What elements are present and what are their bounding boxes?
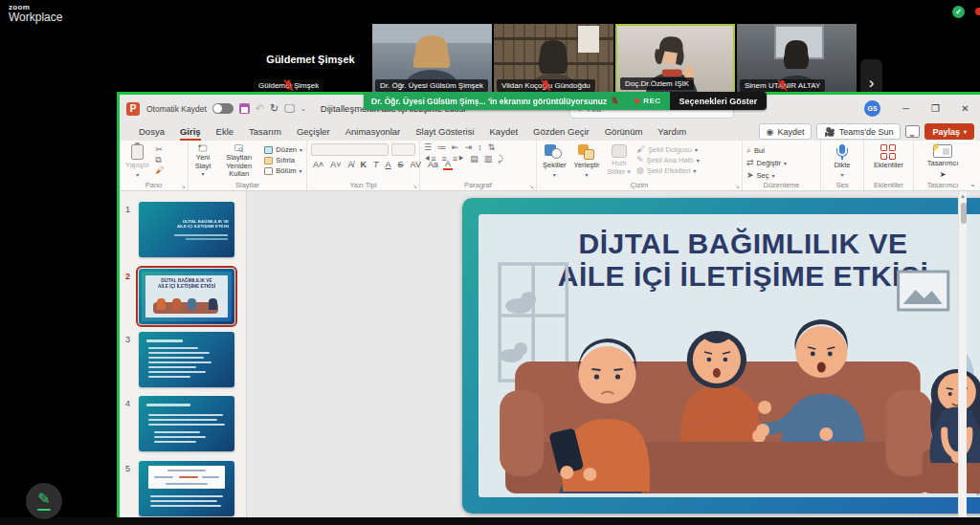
annotate-button[interactable]: ✎ — [26, 483, 62, 519]
comments-icon[interactable] — [905, 125, 920, 138]
new-slide-button[interactable]: YeniSlayt ▾ — [192, 143, 213, 180]
present-icon[interactable]: 🖵 — [284, 102, 295, 115]
bullet-list-icon[interactable]: ☰ — [424, 143, 432, 152]
replace-menu[interactable]: ⇄Değiştir▾ — [746, 159, 787, 167]
slide-thumbnail-panel[interactable]: 1 DİJTAL BAĞIMLILIK VE AİLE İÇİ İLETİŞİM… — [120, 191, 247, 517]
text-direction-icon[interactable]: ⇅ — [488, 143, 496, 152]
line-spacing-icon[interactable]: ↕ — [478, 143, 482, 152]
select-menu[interactable]: ➤Seç▾ — [746, 171, 787, 180]
reuse-slides-icon — [231, 144, 248, 152]
bold-button[interactable]: K — [359, 160, 369, 169]
clipboard-icon — [131, 144, 144, 160]
tab-giris[interactable]: Giriş — [172, 122, 209, 141]
dictate-button[interactable]: Dikte▾ — [832, 143, 852, 180]
font-name-box[interactable] — [311, 143, 389, 156]
slide-thumbnail-2-selected[interactable]: DİJTAL BAĞIMLILIK VEAİLE İÇİ İLETİŞİME E… — [139, 269, 234, 324]
redo-icon[interactable]: ↻ — [270, 102, 278, 115]
video-tile-ozlem-active-speaker[interactable]: Doç.Dr.Özlem IŞIK — [615, 24, 735, 95]
cut-icon[interactable]: ✂ — [155, 145, 164, 154]
layout-menu[interactable]: Düzen▾ — [264, 145, 302, 154]
tab-yardim[interactable]: Yardım — [650, 122, 694, 141]
vertical-scrollbar[interactable]: ▲ — [958, 191, 967, 517]
quick-styles-button[interactable]: HızlıStiller ▾ — [605, 143, 633, 180]
record-icon: ◉ — [767, 127, 774, 137]
dialog-launcher-icon[interactable]: ↘ — [735, 183, 740, 189]
group-tasarimci: Tasarımcı ➤ Tasarımcı — [914, 141, 971, 190]
tab-kaydet[interactable]: Kaydet — [482, 122, 526, 141]
strikethrough-button[interactable]: S — [396, 160, 406, 169]
powerpoint-window: P Otomatik Kaydet ↶ ↻ 🖵 ⌄ Dijitalleşmeni… — [120, 95, 980, 517]
clear-format-icon[interactable]: A̸ — [346, 160, 356, 169]
reuse-slides-button[interactable]: SlaytlarıYeniden Kullan — [217, 143, 260, 180]
tab-tasarim[interactable]: Tasarım — [241, 122, 289, 141]
align-center-icon[interactable]: ≡ — [441, 155, 446, 164]
customize-qat-icon[interactable]: ⌄ — [301, 105, 306, 113]
tab-gozden-gecir[interactable]: Gözden Geçir — [525, 122, 597, 141]
record-button[interactable]: ◉Kaydet — [759, 123, 813, 140]
maximize-button[interactable]: ❐ — [921, 95, 950, 122]
slide-thumbnail-3[interactable] — [139, 332, 234, 387]
arrange-button[interactable]: Yerleştir▾ — [572, 143, 602, 180]
pencil-icon: ✎ — [37, 492, 50, 507]
present-in-teams-button[interactable]: 🎥Teams'de Sun — [816, 123, 901, 140]
tab-animasyonlar[interactable]: Animasyonlar — [338, 122, 409, 141]
numbered-list-icon[interactable]: ≔ — [437, 143, 446, 152]
columns-icon[interactable]: ▥ — [484, 155, 493, 164]
group-cizim: Şekiller▾ Yerleştir▾ HızlıStiller ▾ 🖌Şek… — [537, 141, 743, 190]
view-options-button[interactable]: Seçenekleri Göster — [670, 92, 768, 110]
slide-thumbnail-4[interactable] — [139, 396, 234, 451]
shrink-font-icon[interactable]: A˅ — [328, 160, 343, 169]
format-painter-icon[interactable]: 🖌 — [155, 166, 164, 175]
tab-dosya[interactable]: Dosya — [131, 122, 172, 141]
underline-button[interactable]: A — [384, 160, 393, 169]
dialog-launcher-icon[interactable]: ↘ — [181, 183, 186, 189]
share-button[interactable]: Paylaş▾ — [924, 123, 974, 140]
video-tile-sinem[interactable]: Sinem UTANIR ALTAY — [737, 24, 857, 95]
video-tile-guldemet[interactable]: Güldemet Şimşek Güldemet Şimşek — [251, 24, 370, 95]
designer-button[interactable]: Tasarımcı ➤ — [925, 143, 961, 180]
align-left-icon[interactable]: ⯇≡ — [424, 155, 435, 164]
shape-effects-menu[interactable]: ◍Şekil Efektleri▾ — [636, 166, 700, 175]
quick-styles-icon — [612, 144, 627, 158]
close-button[interactable]: ✕ — [950, 95, 980, 122]
slide-canvas[interactable]: DİJTAL BAĞIMLILIK VE AİLE İÇİ İLETİŞİME … — [247, 191, 980, 517]
justify-icon[interactable]: ▤ — [470, 155, 479, 164]
shapes-button[interactable]: Şekiller▾ — [541, 143, 568, 180]
copy-icon[interactable]: ⧉ — [155, 156, 164, 164]
autosave-toggle[interactable] — [212, 103, 234, 114]
undo-icon[interactable]: ↶ — [256, 102, 264, 115]
slide-thumbnail-1[interactable]: DİJTAL BAĞIMLILIK VE AİLE İÇİ İLETİŞİME … — [139, 202, 234, 257]
minimize-button[interactable]: ─ — [891, 95, 921, 122]
scroll-up-arrow[interactable]: ▲ — [960, 193, 966, 199]
account-avatar[interactable]: GS — [864, 100, 880, 117]
grow-font-icon[interactable]: A˄ — [311, 160, 325, 169]
powerpoint-app-icon[interactable]: P — [126, 102, 140, 116]
dialog-launcher-icon[interactable]: ↘ — [529, 183, 534, 189]
group-paragraf: ☰ ≔ ⇤ ⇥ ↕ ⇅ ⯇≡ ≡ ≡⯈ ▤ ▥ ⤸ Paragraf ↘ — [420, 141, 537, 190]
italic-button[interactable]: T — [371, 160, 381, 169]
outdent-icon[interactable]: ⇤ — [452, 143, 459, 152]
tab-slayt-gosterisi[interactable]: Slayt Gösterisi — [408, 122, 481, 141]
smartart-icon[interactable]: ⤸ — [498, 155, 502, 164]
collapse-ribbon-icon[interactable]: ⌄ — [969, 180, 976, 188]
save-icon[interactable] — [239, 103, 250, 114]
font-size-box[interactable] — [391, 143, 415, 156]
shape-outline-menu[interactable]: ✎Şekil Ana Hattı▾ — [636, 156, 700, 164]
video-tile-vildan[interactable]: Vildan Koçoğlu Gündoğdu — [494, 24, 613, 95]
dialog-launcher-icon[interactable]: ↘ — [412, 183, 417, 189]
paste-button[interactable]: Yapıştır▾ — [123, 143, 151, 180]
find-button[interactable]: ⌕Bul — [746, 146, 787, 155]
zoom-workplace-logo: zoom Workplace — [9, 3, 62, 25]
scrollbar-thumb[interactable] — [961, 203, 967, 224]
indent-icon[interactable]: ⇥ — [465, 143, 473, 152]
addins-button[interactable]: Eklentiler — [872, 143, 905, 180]
tab-gecisler[interactable]: Geçişler — [289, 122, 338, 141]
tab-gorunum[interactable]: Görünüm — [597, 122, 651, 141]
video-tile-gulsum[interactable]: Dr. Öğr. Üyesi Gülsüm Şimşek — [372, 24, 492, 95]
tab-ekle[interactable]: Ekle — [209, 122, 241, 141]
slide-thumbnail-5[interactable] — [139, 461, 234, 516]
align-right-icon[interactable]: ≡⯈ — [453, 155, 464, 164]
shape-fill-menu[interactable]: 🖌Şekil Dolgusu▾ — [636, 145, 700, 154]
section-menu[interactable]: Bölüm▾ — [264, 166, 302, 175]
reset-button[interactable]: Sıfırla — [264, 156, 302, 164]
